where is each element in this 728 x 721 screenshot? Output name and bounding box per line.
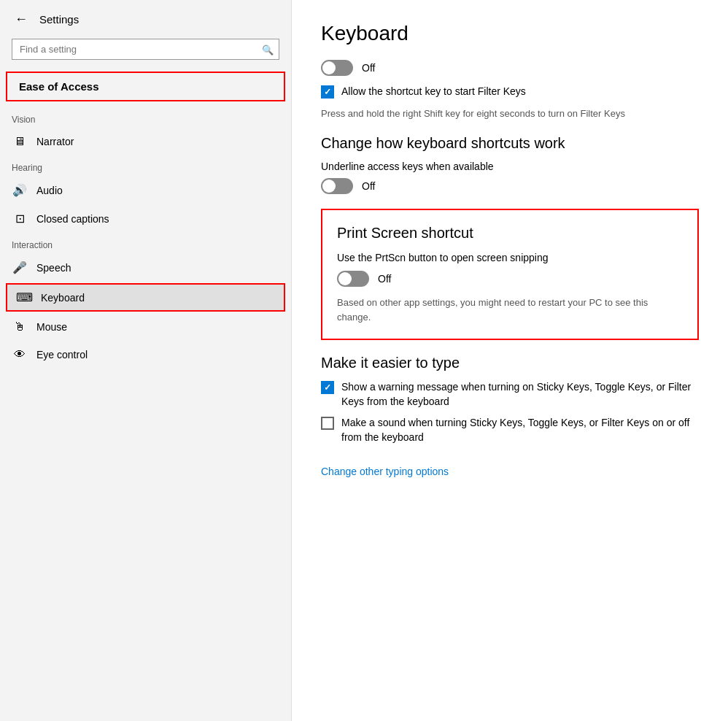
hearing-section-label: Hearing (0, 155, 291, 176)
print-screen-toggle-label: Off (378, 273, 391, 285)
page-title: Keyboard (321, 22, 699, 45)
sound-checkbox[interactable] (321, 417, 334, 430)
sidebar-header: ← Settings (0, 0, 291, 39)
filter-keys-checkbox[interactable] (321, 85, 334, 99)
ease-of-access-label: Ease of Access (6, 72, 285, 101)
underline-toggle-label: Off (362, 180, 375, 192)
search-icon: 🔍 (262, 44, 274, 55)
filter-keys-toggle-label: Off (362, 62, 375, 74)
filter-keys-toggle[interactable] (321, 60, 353, 76)
keyboard-label: Keyboard (41, 292, 85, 304)
search-input[interactable] (12, 39, 279, 60)
audio-label: Audio (36, 185, 63, 196)
sound-checkbox-label: Make a sound when turning Sticky Keys, T… (341, 416, 699, 444)
make-easier-heading: Make it easier to type (321, 355, 699, 371)
mouse-icon: 🖱 (12, 320, 28, 333)
sound-checkbox-row: Make a sound when turning Sticky Keys, T… (321, 416, 699, 444)
sidebar-item-audio[interactable]: 🔊 Audio (0, 176, 291, 204)
print-screen-box: Print Screen shortcut Use the PrtScn but… (321, 209, 699, 340)
speech-label: Speech (36, 262, 71, 274)
keyboard-icon: ⌨ (16, 290, 32, 304)
print-screen-note: Based on other app settings, you might n… (337, 296, 683, 324)
filter-keys-toggle-knob (322, 61, 336, 74)
filter-keys-description: Press and hold the right Shift key for e… (321, 107, 699, 121)
sticky-keys-checkbox-row: Show a warning message when turning on S… (321, 380, 699, 409)
sidebar: ← Settings 🔍 Ease of Access Vision 🖥 Nar… (0, 0, 292, 721)
filter-keys-checkbox-row: Allow the shortcut key to start Filter K… (321, 85, 699, 99)
sidebar-item-speech[interactable]: 🎤 Speech (0, 253, 291, 282)
eye-control-icon: 👁 (12, 348, 28, 361)
sidebar-title: Settings (39, 13, 79, 26)
back-button[interactable]: ← (12, 10, 31, 28)
print-screen-title: Print Screen shortcut (337, 225, 683, 242)
captions-label: Closed captions (36, 213, 109, 225)
mouse-label: Mouse (36, 321, 67, 333)
sidebar-item-eye-control[interactable]: 👁 Eye control (0, 341, 291, 369)
narrator-label: Narrator (36, 136, 74, 147)
filter-keys-checkbox-label: Allow the shortcut key to start Filter K… (341, 85, 526, 99)
sidebar-item-closed-captions[interactable]: ⊡ Closed captions (0, 204, 291, 233)
interaction-section-label: Interaction (0, 233, 291, 253)
change-typing-link[interactable]: Change other typing options (321, 466, 449, 477)
eye-control-label: Eye control (36, 349, 88, 360)
filter-keys-toggle-row: Off (321, 60, 699, 76)
captions-icon: ⊡ (12, 212, 28, 225)
print-screen-toggle[interactable] (337, 271, 369, 287)
narrator-icon: 🖥 (12, 135, 28, 148)
sidebar-item-narrator[interactable]: 🖥 Narrator (0, 128, 291, 155)
audio-icon: 🔊 (12, 183, 28, 197)
print-screen-description: Use the PrtScn button to open screen sni… (337, 252, 683, 263)
print-screen-toggle-knob (338, 272, 352, 285)
vision-section-label: Vision (0, 107, 291, 128)
underline-toggle-knob (322, 180, 336, 193)
sidebar-item-mouse[interactable]: 🖱 Mouse (0, 313, 291, 341)
underline-toggle-row: Off (321, 178, 699, 194)
sidebar-item-keyboard[interactable]: ⌨ Keyboard (6, 283, 285, 312)
sticky-keys-checkbox[interactable] (321, 381, 334, 394)
search-box: 🔍 (12, 39, 279, 60)
print-screen-toggle-row: Off (337, 271, 683, 287)
speech-icon: 🎤 (12, 261, 28, 274)
underline-toggle[interactable] (321, 178, 353, 194)
sticky-keys-checkbox-label: Show a warning message when turning on S… (341, 380, 699, 409)
underline-label: Underline access keys when available (321, 161, 699, 172)
main-content: Keyboard Off Allow the shortcut key to s… (292, 0, 728, 721)
shortcuts-heading: Change how keyboard shortcuts work (321, 135, 699, 152)
